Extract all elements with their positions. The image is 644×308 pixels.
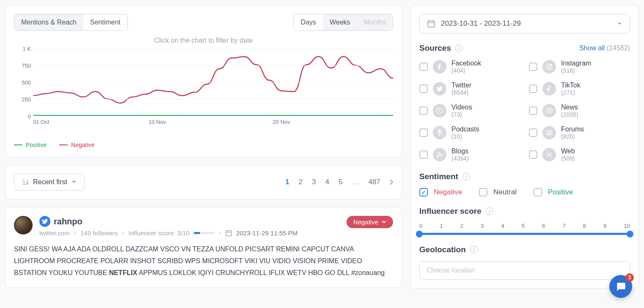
page-2[interactable]: 2 (299, 178, 303, 186)
twitter-icon (39, 216, 50, 227)
source-name: Videos (451, 104, 472, 111)
checkbox[interactable] (529, 106, 537, 115)
source-facebook[interactable]: Facebook (404) (419, 60, 520, 74)
checkbox[interactable] (529, 150, 537, 159)
checkbox[interactable] (419, 63, 428, 71)
slider-tick: 7 (562, 223, 565, 229)
tab-mentions-reach[interactable]: Mentions & Reach (14, 14, 83, 30)
checkbox[interactable] (479, 188, 487, 196)
checkbox[interactable] (534, 188, 542, 196)
influencer-slider[interactable]: 012345678910 (419, 223, 630, 235)
page-5[interactable]: 5 (339, 178, 342, 186)
slider-tick: 6 (542, 223, 545, 229)
info-icon[interactable]: i (462, 173, 470, 180)
legend-positive-label: Positive (26, 142, 47, 148)
checkbox[interactable] (419, 128, 428, 137)
page-ellipsis: … (352, 178, 359, 186)
pagination: 1 2 3 4 5 … 487 (285, 178, 393, 186)
source-name: TikTok (561, 82, 581, 89)
chevron-down-icon (72, 180, 77, 184)
slider-tick: 9 (603, 223, 606, 229)
slider-tick: 1 (440, 223, 443, 229)
mention-source[interactable]: twitter.com (39, 229, 70, 237)
tab-sentiment[interactable]: Sentiment (83, 14, 127, 30)
date-range-picker[interactable]: 2023-10-31 - 2023-11-29 (419, 14, 630, 33)
source-count: (73) (451, 111, 472, 118)
source-web[interactable]: Web (509) (529, 147, 630, 162)
page-3[interactable]: 3 (312, 178, 316, 186)
source-count: (509) (561, 155, 575, 162)
mention-username[interactable]: rahnpo (54, 217, 83, 226)
sentiment-positive[interactable]: Positive (534, 188, 573, 196)
checkbox[interactable] (419, 106, 428, 115)
legend-line-icon (14, 144, 22, 145)
source-count: (404) (451, 67, 481, 74)
sentiment-neutral[interactable]: Neutral (479, 188, 517, 196)
source-blogs[interactable]: Blogs (4394) (419, 147, 520, 162)
page-1[interactable]: 1 (285, 178, 289, 186)
source-count: (826) (561, 133, 584, 140)
checkbox[interactable] (529, 63, 537, 71)
page-next[interactable] (390, 179, 393, 185)
blogs-icon (433, 148, 446, 161)
show-all-link[interactable]: Show all (579, 44, 605, 52)
influencer-bar (194, 232, 215, 234)
source-name: Facebook (451, 60, 481, 67)
mention-text: SINI GESS! WA AJA ADA OLDROLL DAZZCAM VS… (14, 243, 393, 279)
source-videos[interactable]: Videos (73) (419, 104, 520, 118)
svg-rect-0 (226, 231, 231, 236)
page-last[interactable]: 487 (369, 178, 380, 186)
checkbox[interactable] (419, 188, 428, 196)
source-twitter[interactable]: Twitter (6544) (419, 82, 520, 96)
slider-thumb-min[interactable] (416, 231, 423, 237)
page-4[interactable]: 4 (325, 178, 329, 186)
chat-button[interactable]: 3 (609, 275, 632, 294)
checkbox[interactable] (529, 128, 537, 137)
geo-select[interactable]: Choose location (419, 261, 630, 280)
influencer-title: Influencer score (419, 207, 482, 216)
source-count: (271) (561, 89, 581, 96)
info-icon[interactable]: i (470, 246, 478, 253)
source-name: News (561, 104, 578, 111)
legend-line-icon (59, 144, 68, 145)
source-name: Instagram (561, 60, 591, 67)
chart-area[interactable]: 02505007501 K 31 Oct10 Nov20 Nov (14, 49, 393, 133)
x-tick: 20 Nov (273, 119, 290, 125)
info-icon[interactable]: i (486, 207, 493, 215)
source-forums[interactable]: Forums (826) (529, 125, 630, 140)
sentiment-badge[interactable]: Negative (347, 216, 393, 228)
tab-days[interactable]: Days (294, 14, 322, 30)
x-tick: 31 Oct (33, 119, 49, 125)
facebook-icon (433, 60, 446, 74)
legend-negative-label: Negative (71, 142, 94, 148)
info-icon[interactable]: i (455, 44, 463, 52)
source-count: (516) (561, 67, 591, 74)
y-tick: 500 (22, 79, 31, 86)
web-icon (542, 148, 556, 161)
sentiment-negative[interactable]: Negative (419, 188, 462, 196)
slider-tick: 2 (460, 223, 463, 229)
checkbox[interactable] (419, 150, 428, 159)
source-count: (1035) (561, 111, 578, 118)
source-tiktok[interactable]: TikTok (271) (529, 82, 630, 96)
source-news[interactable]: News (1035) (529, 104, 630, 118)
checkbox[interactable] (419, 84, 428, 93)
checkbox[interactable] (529, 84, 537, 93)
legend-negative[interactable]: Negative (59, 142, 94, 148)
source-podcasts[interactable]: Podcasts (10) (419, 125, 520, 140)
forums-icon (542, 126, 556, 139)
sentiment-label: Positive (548, 188, 573, 196)
mention-card: rahnpo twitter.com • 149 followers • Inf… (5, 207, 402, 288)
sort-button[interactable]: Recent first (14, 174, 85, 191)
tab-weeks[interactable]: Weeks (323, 14, 357, 30)
y-tick: 1 K (22, 46, 31, 52)
slider-thumb-max[interactable] (627, 231, 633, 237)
svg-rect-1 (428, 21, 435, 27)
source-name: Web (561, 147, 575, 155)
avatar[interactable] (14, 216, 33, 234)
legend-positive[interactable]: Positive (14, 142, 47, 148)
date-range-label: 2023-10-31 - 2023-11-29 (441, 19, 521, 28)
source-instagram[interactable]: Instagram (516) (529, 60, 630, 74)
slider-tick: 8 (583, 223, 586, 229)
sentiment-title: Sentiment (419, 172, 458, 181)
